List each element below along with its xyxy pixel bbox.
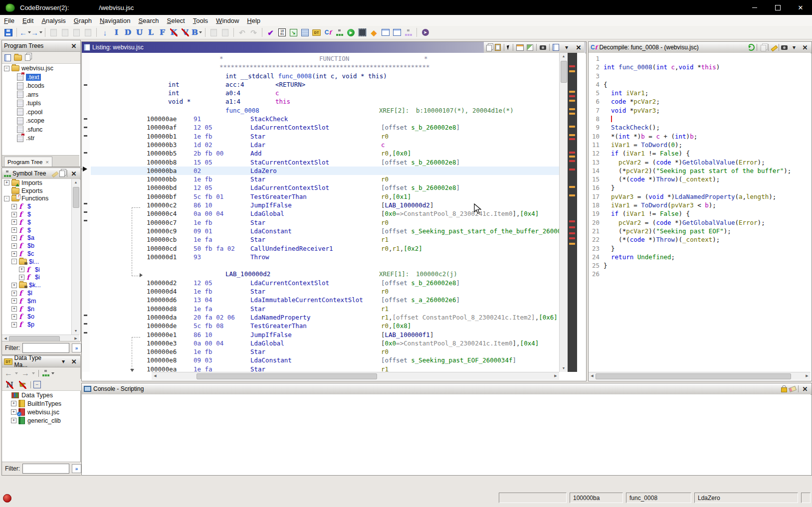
expander-icon[interactable]: + bbox=[11, 251, 17, 257]
symbol-tree-row[interactable]: +f$m bbox=[2, 297, 71, 305]
symbol-tree-row[interactable]: +f$ bbox=[2, 218, 71, 226]
decompile-view-button[interactable]: Cf bbox=[323, 27, 333, 38]
data-type-manager-button[interactable]: DT bbox=[311, 27, 322, 38]
tree-row-section[interactable]: .text bbox=[2, 73, 79, 82]
decompile-menu-icon[interactable]: ▾ bbox=[790, 43, 799, 52]
edit-fields-icon[interactable] bbox=[527, 44, 533, 51]
expander-icon[interactable]: + bbox=[11, 219, 17, 225]
listing-line[interactable]: 100000d193Throw bbox=[91, 253, 559, 261]
listing-line[interactable] bbox=[91, 261, 559, 270]
bytes-viewer-button[interactable]: 10 01 bbox=[277, 27, 287, 38]
listing-line[interactable]: 100000af12 05LdaCurrentContextSlot[offse… bbox=[91, 123, 559, 132]
symbol-tree-row[interactable]: +f$a bbox=[2, 234, 71, 242]
decompile-body[interactable]: 12int func_0008(int c,void *this)34{5 in… bbox=[589, 53, 811, 373]
decompile-edit-icon[interactable] bbox=[771, 44, 777, 50]
tree-row-section[interactable]: .cpool bbox=[2, 108, 79, 117]
listing-line[interactable]: 100000c909 01LdaConstant[offset s_Seekin… bbox=[91, 227, 559, 235]
menu-item-select[interactable]: Select bbox=[163, 16, 189, 25]
expander-icon[interactable]: + bbox=[4, 180, 9, 185]
decompile-line[interactable]: 12 if (iVar1 != False) { bbox=[589, 149, 811, 158]
red-marker-icon[interactable] bbox=[569, 152, 575, 154]
listing-line[interactable]: 100000b52b fb 00Addr0,[0x0] bbox=[91, 149, 559, 158]
menu-item-navigation[interactable]: Navigation bbox=[96, 16, 134, 25]
orange-marker-icon[interactable] bbox=[569, 156, 575, 158]
run-script-button[interactable]: ▶ bbox=[346, 27, 356, 38]
red-marker-icon[interactable] bbox=[569, 237, 575, 239]
listing-line[interactable]: 100000cb1e faStarr1 bbox=[91, 235, 559, 244]
scroll-lock-icon[interactable] bbox=[781, 387, 787, 392]
label-button[interactable]: L bbox=[146, 27, 156, 38]
undefine-button[interactable]: U bbox=[134, 27, 145, 38]
symbol-tree-row[interactable]: +f$ bbox=[2, 210, 71, 218]
bookmark-button[interactable]: B bbox=[192, 27, 202, 38]
listing-line[interactable]: 100000d41e fbStarr0 bbox=[91, 287, 559, 296]
orange-marker-icon[interactable] bbox=[569, 194, 575, 196]
listing-line[interactable]: 100000bf5c fb 01TestGreaterThanr0,[0x1] bbox=[91, 192, 559, 201]
listing-body[interactable]: *FUNCTION*******************************… bbox=[82, 53, 585, 372]
expander-icon[interactable]: - bbox=[11, 259, 17, 264]
symbol-tree-tool-button[interactable] bbox=[334, 27, 345, 38]
export-tree-icon[interactable] bbox=[25, 54, 30, 61]
decompile-line[interactable]: 25} bbox=[589, 261, 811, 270]
decompile-line[interactable]: 21 (*pcVar2)("Seeking past EOF"); bbox=[589, 227, 811, 235]
dtm-close-icon[interactable]: ✕ bbox=[70, 357, 78, 366]
symbol-tree-close-icon[interactable]: ✕ bbox=[69, 169, 78, 178]
menu-item-file[interactable]: File bbox=[0, 16, 18, 25]
listing-close-icon[interactable]: ✕ bbox=[574, 43, 583, 52]
minimize-button[interactable] bbox=[743, 0, 766, 15]
listing-marker-margin[interactable] bbox=[568, 53, 577, 372]
orange-marker-icon[interactable] bbox=[569, 134, 575, 136]
decompile-copy-icon[interactable] bbox=[761, 45, 766, 51]
decompile-line[interactable]: 26 bbox=[589, 270, 811, 278]
dtm-menu-icon[interactable]: ▾ bbox=[59, 357, 67, 366]
table-chooser-button[interactable] bbox=[392, 27, 402, 38]
listing-line[interactable]: 100000d613 04LdaImmutableCurrentContextS… bbox=[91, 296, 559, 304]
cursor-tool-icon[interactable] bbox=[507, 45, 510, 50]
dropdown-arrow-icon[interactable] bbox=[39, 31, 42, 33]
expander-icon[interactable]: + bbox=[11, 314, 17, 320]
listing-line[interactable]: 100000ae91StackCheck bbox=[91, 115, 559, 123]
maximize-button[interactable] bbox=[766, 0, 789, 15]
red-marker-icon[interactable] bbox=[569, 65, 575, 67]
menu-item-graph[interactable]: Graph bbox=[70, 16, 96, 25]
symbol-tree-row[interactable]: +f$p bbox=[2, 321, 71, 329]
expander-icon[interactable]: + bbox=[11, 204, 17, 209]
menu-item-search[interactable]: Search bbox=[134, 16, 163, 25]
checksum-button[interactable] bbox=[403, 27, 413, 38]
tree-row-root[interactable]: −webvisu.jsc bbox=[2, 64, 79, 73]
expander-icon[interactable]: + bbox=[11, 298, 17, 304]
close-button[interactable]: ✕ bbox=[789, 0, 812, 15]
decompile-line[interactable]: 19 if (iVar1 != False) { bbox=[589, 209, 811, 218]
import-results-button[interactable]: ↘ bbox=[288, 27, 299, 38]
dropdown-arrow-icon[interactable] bbox=[199, 31, 202, 33]
symbol-tree-row[interactable]: -$i... bbox=[2, 258, 71, 266]
expander-icon[interactable]: + bbox=[11, 235, 17, 241]
red-marker-icon[interactable] bbox=[569, 138, 575, 140]
listing-line[interactable]: 100000ea1e faStarr1 bbox=[91, 365, 559, 372]
console-close-icon[interactable]: ✕ bbox=[801, 384, 810, 393]
expander-icon[interactable]: + bbox=[19, 275, 24, 280]
dtm-collapse-all-icon[interactable]: − bbox=[33, 381, 41, 388]
tree-row-section[interactable]: .tupls bbox=[2, 99, 79, 108]
red-marker-icon[interactable] bbox=[569, 95, 575, 97]
decompile-line[interactable]: 17 pvVar3 = (void *)LdaNamedProperty(a,l… bbox=[589, 192, 811, 201]
listing-hscrollbar[interactable]: ◀ ▶ bbox=[152, 372, 559, 380]
listing-line[interactable]: 100000c71e fbStarr0 bbox=[91, 218, 559, 227]
listing-line[interactable]: 100000da20 fa 02 06LdaNamedPropertyr1,[o… bbox=[91, 313, 559, 322]
data-type-row[interactable]: +generic_clib bbox=[2, 416, 79, 425]
bookmarks-view-button[interactable]: ◆ bbox=[369, 27, 379, 38]
tree-row-section[interactable]: .str bbox=[2, 134, 79, 143]
decompile-line[interactable]: 1 bbox=[589, 54, 811, 63]
dtm-filter-pointers-icon[interactable]: ☛ bbox=[17, 379, 28, 390]
decompile-line[interactable]: 22 (*(code *)Throw)(_context); bbox=[589, 235, 811, 244]
data-type-row[interactable]: +Data Types bbox=[2, 391, 79, 399]
memory-map-button[interactable] bbox=[300, 27, 310, 38]
red-marker-icon[interactable] bbox=[569, 169, 575, 170]
decompile-line[interactable]: 9 StackCheck(); bbox=[589, 123, 811, 132]
orange-marker-icon[interactable] bbox=[569, 70, 575, 72]
red-marker-icon[interactable] bbox=[569, 220, 575, 222]
red-marker-icon[interactable] bbox=[569, 226, 575, 228]
symbol-tree-row[interactable]: +f$l bbox=[2, 289, 71, 297]
listing-line[interactable]: intacc:4<RETURN> bbox=[91, 80, 559, 89]
instruction-info-button[interactable]: I bbox=[111, 27, 122, 38]
